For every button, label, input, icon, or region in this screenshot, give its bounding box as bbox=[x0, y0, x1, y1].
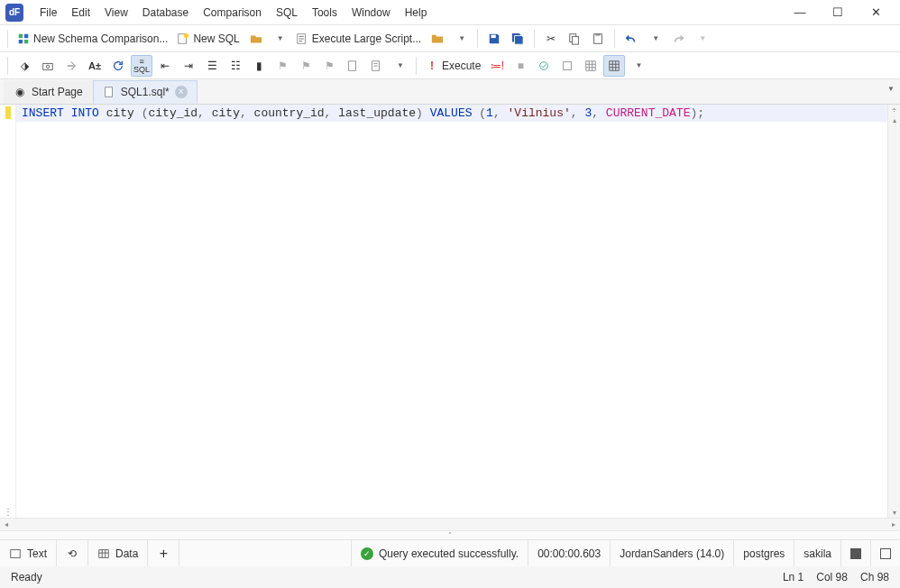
cut-icon: ✂ bbox=[545, 32, 557, 45]
output-text-tab[interactable]: Text bbox=[0, 540, 57, 566]
save-button[interactable] bbox=[483, 28, 505, 50]
layout-filled-button[interactable] bbox=[840, 540, 870, 566]
folder-button[interactable] bbox=[427, 28, 448, 50]
save-all-button[interactable] bbox=[507, 28, 528, 50]
undo-button[interactable] bbox=[620, 28, 642, 50]
flag1-button[interactable]: ⚑ bbox=[271, 55, 293, 77]
maximize-button[interactable]: ☐ bbox=[819, 0, 857, 25]
rollback-button[interactable] bbox=[556, 55, 578, 77]
indent-right-button[interactable]: ⇥ bbox=[178, 55, 199, 77]
indent-left-button[interactable]: ⇤ bbox=[154, 55, 176, 77]
sql-editor[interactable]: INSERT INTO city (city_id, city, country… bbox=[16, 105, 900, 518]
folder-dropdown[interactable]: ▼ bbox=[450, 28, 472, 50]
output-refresh-button[interactable]: ⟲ bbox=[57, 540, 88, 566]
output-add-button[interactable]: + bbox=[148, 540, 179, 566]
execute-alt-button[interactable]: ≔! bbox=[486, 55, 508, 77]
camera-button[interactable] bbox=[37, 55, 59, 77]
list2-icon: ☷ bbox=[229, 60, 242, 72]
split-icon[interactable]: ÷ bbox=[892, 105, 896, 115]
tab-start-page[interactable]: ◉ Start Page bbox=[4, 80, 93, 104]
open-button[interactable] bbox=[245, 28, 267, 50]
cut-button[interactable]: ✂ bbox=[540, 28, 562, 50]
menu-window[interactable]: Window bbox=[344, 3, 398, 23]
svg-rect-8 bbox=[43, 63, 53, 69]
svg-rect-13 bbox=[564, 61, 572, 69]
tab-close-button[interactable]: × bbox=[175, 86, 188, 98]
flag3-button[interactable]: ⚑ bbox=[318, 55, 340, 77]
svg-rect-3 bbox=[491, 34, 496, 38]
rollback-icon bbox=[561, 60, 574, 72]
open-dropdown[interactable]: ▼ bbox=[269, 28, 290, 50]
doc2-button[interactable] bbox=[365, 55, 387, 77]
menu-database[interactable]: Database bbox=[135, 3, 196, 23]
doc2-dropdown[interactable]: ▼ bbox=[389, 55, 410, 77]
split-handle-icon[interactable]: ⋮ bbox=[4, 507, 13, 517]
paste-icon bbox=[592, 32, 604, 45]
font-size-button[interactable]: A± bbox=[84, 55, 106, 77]
redo-icon bbox=[672, 32, 684, 45]
grid1-button[interactable] bbox=[580, 55, 602, 77]
window-controls: — ☐ ✕ bbox=[781, 0, 895, 25]
sql-format-button[interactable]: ≡SQL bbox=[131, 55, 152, 77]
output-data-tab[interactable]: Data bbox=[88, 540, 148, 566]
scroll-right-icon[interactable]: ▸ bbox=[891, 519, 896, 529]
undo-dropdown[interactable]: ▼ bbox=[644, 28, 666, 50]
gutter: ⋮ bbox=[0, 105, 16, 518]
menu-edit[interactable]: Edit bbox=[64, 3, 97, 23]
menu-comparison[interactable]: Comparison bbox=[196, 3, 269, 23]
stop-button[interactable]: ■ bbox=[510, 55, 531, 77]
panel-collapse-bar[interactable]: ˄ bbox=[0, 530, 900, 539]
save-icon bbox=[488, 32, 501, 45]
redo-dropdown[interactable]: ▼ bbox=[691, 28, 712, 50]
tab-sql1[interactable]: SQL1.sql* × bbox=[93, 80, 197, 104]
flag-icon: ⚑ bbox=[276, 60, 289, 72]
connection-role[interactable]: postgres bbox=[733, 540, 794, 566]
indent-right-icon: ⇥ bbox=[182, 60, 195, 72]
redo-button[interactable] bbox=[667, 28, 689, 50]
chevron-up-icon: ˄ bbox=[448, 531, 452, 539]
scroll-down-icon[interactable]: ▾ bbox=[892, 508, 897, 518]
doc-icon bbox=[370, 60, 382, 72]
horizontal-scrollbar[interactable]: ◂ ▸ bbox=[0, 518, 900, 530]
grid-icon bbox=[608, 60, 620, 72]
menu-help[interactable]: Help bbox=[398, 3, 435, 23]
refresh-button[interactable] bbox=[107, 55, 129, 77]
flag2-button[interactable]: ⚑ bbox=[295, 55, 317, 77]
doc1-button[interactable] bbox=[342, 55, 363, 77]
folder-icon bbox=[431, 32, 444, 45]
execute-button[interactable]: ! Execute bbox=[422, 55, 484, 77]
back-button[interactable]: ⬗ bbox=[14, 55, 35, 77]
menu-file[interactable]: File bbox=[32, 3, 64, 23]
minimize-button[interactable]: — bbox=[781, 0, 819, 25]
list-button[interactable]: ☰ bbox=[201, 55, 223, 77]
new-schema-comparison-button[interactable]: New Schema Comparison... bbox=[14, 28, 171, 50]
output-text-label: Text bbox=[27, 547, 47, 560]
vertical-scrollbar[interactable]: ÷ ▴ ▾ bbox=[887, 105, 900, 518]
square-outline-icon bbox=[880, 548, 891, 559]
copy-icon bbox=[568, 32, 581, 45]
copy-button[interactable] bbox=[564, 28, 585, 50]
menu-tools[interactable]: Tools bbox=[305, 3, 344, 23]
menu-view[interactable]: View bbox=[97, 3, 135, 23]
save-all-icon bbox=[511, 32, 524, 45]
new-sql-button[interactable]: New SQL bbox=[173, 28, 243, 50]
connection-user[interactable]: JordanSanders (14.0) bbox=[610, 540, 733, 566]
commit-button[interactable] bbox=[533, 55, 555, 77]
execute-large-script-button[interactable]: Execute Large Script... bbox=[292, 28, 425, 50]
list2-button[interactable]: ☷ bbox=[225, 55, 246, 77]
bookmark-marker[interactable] bbox=[5, 106, 11, 119]
tab-list-dropdown[interactable]: ▼ bbox=[887, 85, 895, 93]
grid2-dropdown[interactable]: ▼ bbox=[627, 55, 648, 77]
grid2-button[interactable] bbox=[603, 55, 625, 77]
export-button[interactable] bbox=[60, 55, 82, 77]
sql-format-icon: ≡SQL bbox=[135, 60, 148, 72]
connection-db[interactable]: sakila bbox=[794, 540, 840, 566]
paste-button[interactable] bbox=[587, 28, 609, 50]
svg-rect-5 bbox=[573, 36, 579, 44]
scroll-left-icon[interactable]: ◂ bbox=[4, 519, 9, 529]
close-button[interactable]: ✕ bbox=[857, 0, 895, 25]
layout-outline-button[interactable] bbox=[870, 540, 900, 566]
scroll-up-icon[interactable]: ▴ bbox=[892, 115, 897, 125]
bookmark-button[interactable]: ▮ bbox=[248, 55, 270, 77]
menu-sql[interactable]: SQL bbox=[269, 3, 305, 23]
